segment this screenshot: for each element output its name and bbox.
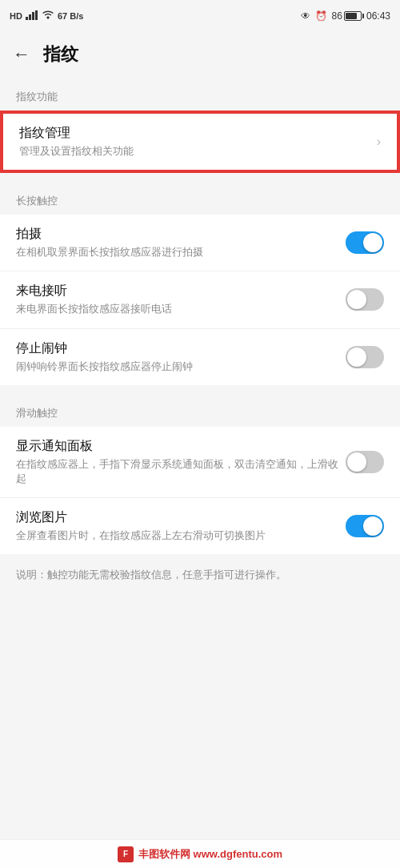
battery-box: 86: [332, 10, 362, 22]
svg-rect-1: [29, 14, 31, 20]
watermark: F 丰图软件网 www.dgfentu.com: [0, 839, 400, 868]
battery-fill: [346, 13, 357, 19]
time: 06:43: [366, 10, 390, 22]
status-right: 👁 ⏰ 86 06:43: [301, 10, 390, 22]
battery-indicator: [344, 11, 362, 21]
page-title: 指纹: [43, 42, 78, 66]
stop-alarm-text: 停止闹钟 闹钟响铃界面长按指纹感应器停止闹钟: [16, 340, 346, 374]
notification-panel-toggle[interactable]: [346, 451, 384, 473]
photo-text: 拍摄 在相机取景界面长按指纹感应器进行拍摄: [16, 226, 346, 259]
notification-panel-title: 显示通知面板: [16, 438, 346, 455]
browse-photos-toggle[interactable]: [346, 515, 384, 537]
eye-icon: 👁: [301, 10, 310, 22]
section-label-long-press: 长按触控: [0, 181, 400, 215]
spacer-2: [0, 385, 400, 393]
notification-panel-toggle-knob: [347, 452, 366, 472]
signal-bars: [26, 10, 38, 22]
status-bar: HD 67 B/s 👁 ⏰ 86 06:43: [0, 0, 400, 32]
answer-call-toggle[interactable]: [346, 288, 384, 311]
svg-rect-0: [26, 17, 28, 20]
battery-percent: 86: [332, 10, 342, 22]
fingerprint-management-card[interactable]: 指纹管理 管理及设置指纹相关功能 ›: [0, 111, 400, 173]
wifi-icon: [42, 10, 54, 22]
svg-rect-3: [35, 10, 38, 20]
spacer-1: [0, 173, 400, 181]
long-press-card: 拍摄 在相机取景界面长按指纹感应器进行拍摄 来电接听 来电界面长按指纹感应器接听…: [0, 215, 400, 385]
photo-title: 拍摄: [16, 226, 346, 243]
browse-photos-item[interactable]: 浏览图片 全屏查看图片时，在指纹感应器上左右滑动可切换图片: [0, 498, 400, 554]
watermark-logo: F: [118, 846, 134, 862]
status-left: HD 67 B/s: [10, 10, 83, 22]
answer-call-toggle-knob: [347, 290, 366, 309]
fingerprint-management-text: 指纹管理 管理及设置指纹相关功能: [19, 125, 370, 159]
photo-subtitle: 在相机取景界面长按指纹感应器进行拍摄: [16, 245, 346, 259]
chevron-right-icon: ›: [377, 135, 381, 149]
section-label-fingerprint-function: 指纹功能: [0, 77, 400, 111]
notification-panel-subtitle: 在指纹感应器上，手指下滑显示系统通知面板，双击清空通知，上滑收起: [16, 457, 346, 486]
network-type: HD: [10, 11, 22, 21]
section-label-slide-touch: 滑动触控: [0, 393, 400, 427]
back-button[interactable]: ←: [13, 44, 30, 65]
answer-call-item[interactable]: 来电接听 来电界面长按指纹感应器接听电话: [0, 271, 400, 328]
header: ← 指纹: [0, 32, 400, 77]
note-text: 说明：触控功能无需校验指纹信息，任意手指可进行操作。: [0, 554, 400, 597]
answer-call-text: 来电接听 来电界面长按指纹感应器接听电话: [16, 283, 346, 316]
browse-photos-text: 浏览图片 全屏查看图片时，在指纹感应器上左右滑动可切换图片: [16, 509, 346, 543]
notification-panel-text: 显示通知面板 在指纹感应器上，手指下滑显示系统通知面板，双击清空通知，上滑收起: [16, 438, 346, 486]
answer-call-title: 来电接听: [16, 283, 346, 299]
answer-call-subtitle: 来电界面长按指纹感应器接听电话: [16, 302, 346, 316]
stop-alarm-item[interactable]: 停止闹钟 闹钟响铃界面长按指纹感应器停止闹钟: [0, 329, 400, 385]
svg-rect-2: [32, 12, 34, 20]
browse-photos-title: 浏览图片: [16, 509, 346, 526]
stop-alarm-subtitle: 闹钟响铃界面长按指纹感应器停止闹钟: [16, 360, 346, 374]
notification-panel-item[interactable]: 显示通知面板 在指纹感应器上，手指下滑显示系统通知面板，双击清空通知，上滑收起: [0, 427, 400, 498]
browse-photos-toggle-knob: [363, 516, 382, 536]
stop-alarm-toggle-knob: [347, 348, 366, 367]
stop-alarm-toggle[interactable]: [346, 346, 384, 368]
photo-toggle[interactable]: [346, 231, 384, 254]
alarm-icon: ⏰: [315, 10, 327, 22]
speed-label: 67 B/s: [58, 11, 83, 21]
photo-item[interactable]: 拍摄 在相机取景界面长按指纹感应器进行拍摄: [0, 215, 400, 271]
fingerprint-management-subtitle: 管理及设置指纹相关功能: [19, 144, 370, 159]
stop-alarm-title: 停止闹钟: [16, 340, 346, 357]
slide-touch-card: 显示通知面板 在指纹感应器上，手指下滑显示系统通知面板，双击清空通知，上滑收起 …: [0, 427, 400, 555]
fingerprint-management-title: 指纹管理: [19, 125, 370, 142]
photo-toggle-knob: [363, 233, 382, 252]
browse-photos-subtitle: 全屏查看图片时，在指纹感应器上左右滑动可切换图片: [16, 528, 346, 543]
watermark-url: www.dgfentu.com: [194, 848, 282, 860]
watermark-site: 丰图软件网: [138, 847, 190, 862]
fingerprint-management-item[interactable]: 指纹管理 管理及设置指纹相关功能 ›: [2, 112, 398, 171]
